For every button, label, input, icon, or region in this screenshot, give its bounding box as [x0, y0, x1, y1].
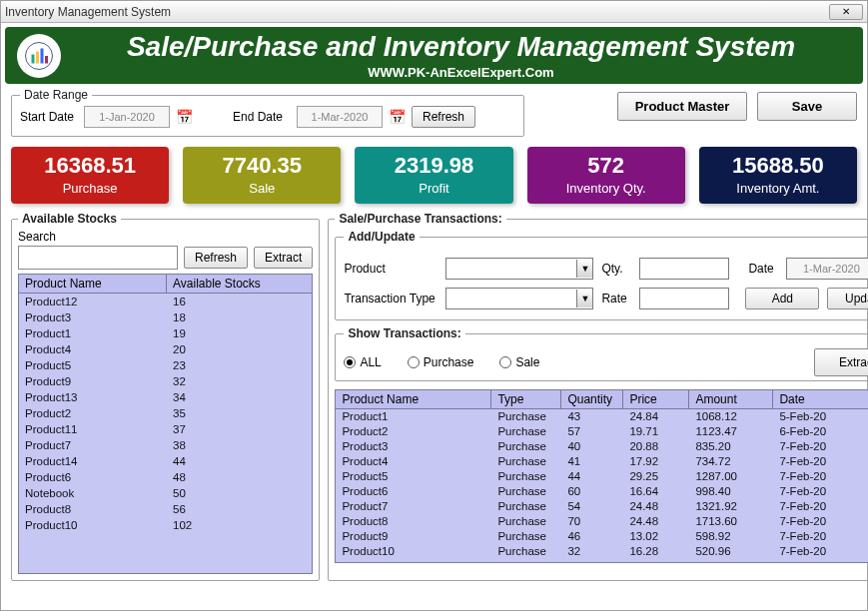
metric-value: 572 [531, 153, 681, 179]
extract-stocks-button[interactable]: Extract [254, 247, 313, 269]
type-label: Transaction Type [344, 292, 437, 306]
date-label: Date [748, 262, 778, 276]
table-row[interactable]: Product10Purchase3216.28520.967-Feb-20 [336, 544, 868, 559]
metric-label: Inventory Amt. [703, 181, 853, 196]
col-price[interactable]: Price [623, 390, 689, 408]
svg-rect-1 [32, 54, 35, 63]
metric-label: Purchase [15, 181, 165, 196]
table-row[interactable]: Product10102 [19, 517, 312, 533]
transactions-group: Sale/Purchase Transactions: Add/Update P… [328, 212, 868, 581]
show-transactions-group: Show Transactions: ALL Purchase Sale Ext… [335, 326, 868, 381]
metric-profit: 2319.98 Profit [355, 147, 512, 204]
table-row[interactable]: Product8Purchase7024.481713.607-Feb-20 [336, 514, 868, 529]
stock-table[interactable]: Product Name Available Stocks Product121… [18, 274, 313, 574]
table-row[interactable]: Product648 [19, 469, 312, 485]
metric-sale: 7740.35 Sale [183, 147, 341, 204]
refresh-button[interactable]: Refresh [412, 106, 475, 128]
radio-sale[interactable]: Sale [499, 355, 539, 369]
qty-label: Qty. [601, 262, 631, 276]
date-range-group: Date Range Start Date 📅 End Date 📅 Refre… [11, 88, 524, 137]
search-input[interactable] [18, 246, 178, 270]
calendar-icon[interactable]: 📅 [389, 109, 406, 125]
metric-label: Sale [187, 181, 337, 196]
rate-input[interactable] [639, 288, 729, 309]
col-product-name[interactable]: Product Name [19, 275, 167, 293]
chevron-down-icon: ▼ [576, 290, 592, 307]
table-row[interactable]: Product6Purchase6016.64998.407-Feb-20 [336, 484, 868, 499]
titlebar: Inventory Management System ✕ [1, 1, 867, 23]
svg-rect-4 [45, 56, 48, 64]
rate-label: Rate [601, 292, 631, 306]
start-date-input[interactable] [84, 106, 170, 128]
product-label: Product [344, 262, 437, 276]
table-row[interactable]: Product4Purchase4117.92734.727-Feb-20 [336, 454, 868, 469]
transactions-table[interactable]: Product Name Type Quantity Price Amount … [335, 389, 868, 563]
banner-url: WWW.PK-AnExcelExpert.Com [71, 65, 851, 80]
table-row[interactable]: Product3Purchase4020.88835.207-Feb-20 [336, 439, 868, 454]
col-date[interactable]: Date [773, 390, 868, 408]
transactions-legend: Sale/Purchase Transactions: [335, 212, 505, 226]
extract-transactions-button[interactable]: Extract [814, 348, 868, 376]
table-row[interactable]: Product1334 [19, 389, 312, 405]
table-row[interactable]: Product2Purchase5719.711123.476-Feb-20 [336, 424, 868, 439]
date-range-legend: Date Range [20, 88, 92, 102]
table-row[interactable]: Product11Purchase5126.601356.607-Feb-20 [336, 559, 868, 563]
product-select[interactable]: ▼ [445, 258, 593, 280]
col-available-stocks[interactable]: Available Stocks [167, 275, 312, 293]
calendar-icon[interactable]: 📅 [176, 109, 193, 125]
col-amount[interactable]: Amount [689, 390, 773, 408]
add-button[interactable]: Add [745, 288, 819, 309]
table-row[interactable]: Product1216 [19, 294, 312, 309]
col-name[interactable]: Product Name [336, 390, 491, 408]
metric-purchase: 16368.51 Purchase [11, 147, 169, 204]
start-date-label: Start Date [20, 110, 78, 124]
available-legend: Available Stocks [18, 212, 121, 226]
col-qty[interactable]: Quantity [561, 390, 623, 408]
add-update-legend: Add/Update [344, 230, 419, 244]
metric-inventory-amt: 15688.50 Inventory Amt. [699, 147, 857, 204]
metric-value: 7740.35 [187, 153, 337, 179]
app-logo [17, 34, 61, 78]
table-row[interactable]: Product5Purchase4429.251287.007-Feb-20 [336, 469, 868, 484]
table-row[interactable]: Product235 [19, 405, 312, 421]
radio-purchase[interactable]: Purchase [408, 355, 474, 369]
metric-inventory-qty: 572 Inventory Qty. [527, 147, 685, 204]
table-row[interactable]: Product523 [19, 357, 312, 373]
table-row[interactable]: Product9Purchase4613.02598.927-Feb-20 [336, 529, 868, 544]
table-row[interactable]: Product856 [19, 501, 312, 517]
table-row[interactable]: Product420 [19, 341, 312, 357]
save-button[interactable]: Save [757, 92, 857, 121]
metric-value: 15688.50 [703, 153, 853, 179]
add-update-group: Add/Update Product ▼ Qty. Date 📅 Transac… [335, 230, 868, 320]
table-row[interactable]: Product932 [19, 373, 312, 389]
search-label: Search [18, 230, 313, 244]
product-master-button[interactable]: Product Master [617, 92, 747, 121]
end-date-label: End Date [233, 110, 291, 124]
table-row[interactable]: Product7Purchase5424.481321.927-Feb-20 [336, 499, 868, 514]
radio-all[interactable]: ALL [344, 355, 381, 369]
metric-label: Profit [359, 181, 508, 196]
table-row[interactable]: Product1444 [19, 453, 312, 469]
table-row[interactable]: Product738 [19, 437, 312, 453]
col-type[interactable]: Type [491, 390, 561, 408]
table-row[interactable]: Product318 [19, 309, 312, 325]
show-legend: Show Transactions: [344, 326, 464, 340]
metric-value: 2319.98 [359, 153, 508, 179]
close-icon[interactable]: ✕ [829, 4, 863, 20]
chevron-down-icon: ▼ [576, 260, 592, 278]
end-date-input[interactable] [297, 106, 383, 128]
type-select[interactable]: ▼ [445, 288, 593, 309]
table-row[interactable]: Product1137 [19, 421, 312, 437]
update-button[interactable]: Update [827, 288, 868, 309]
table-row[interactable]: Notebook50 [19, 485, 312, 501]
available-stocks-group: Available Stocks Search Refresh Extract … [11, 212, 320, 581]
qty-input[interactable] [639, 258, 729, 280]
table-row[interactable]: Product119 [19, 325, 312, 341]
banner-title: Sale/Purchase and Inventory Management S… [71, 31, 851, 63]
svg-rect-2 [36, 51, 39, 63]
trans-date-input[interactable] [786, 258, 868, 280]
banner: Sale/Purchase and Inventory Management S… [5, 27, 863, 84]
table-row[interactable]: Product1Purchase4324.841068.125-Feb-20 [336, 409, 868, 424]
metric-label: Inventory Qty. [531, 181, 681, 196]
refresh-stocks-button[interactable]: Refresh [184, 247, 248, 269]
